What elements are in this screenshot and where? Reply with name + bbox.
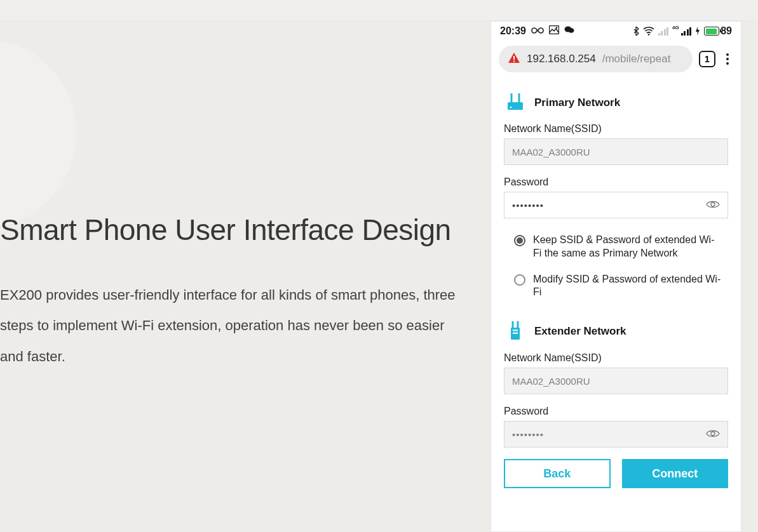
url-host: 192.168.0.254 (527, 53, 596, 65)
radio-icon (514, 235, 525, 246)
option-keep-ssid[interactable]: Keep SSID & Password of extended Wi-Fi t… (514, 234, 722, 260)
svg-point-11 (711, 203, 715, 206)
extender-icon (504, 319, 527, 343)
wifi-icon (643, 27, 654, 36)
browser-toolbar: 192.168.0.254/mobile/repeat 1 (499, 46, 733, 72)
charging-icon (695, 27, 700, 36)
decorative-circle (0, 38, 76, 229)
extender-network-title: Extender Network (534, 325, 626, 338)
battery-percent: 89 (721, 25, 732, 37)
marketing-body: EX200 provides user-friendly interface f… (0, 280, 457, 372)
chat-icon (564, 25, 574, 37)
extender-ssid-label: Network Name(SSID) (504, 352, 728, 364)
page-top-strip (0, 0, 758, 21)
signal-strong-icon (681, 27, 692, 36)
svg-point-3 (568, 28, 574, 33)
page-content: Primary Network Network Name(SSID) MAA02… (491, 79, 741, 488)
option-modify-ssid[interactable]: Modify SSID & Password of extended Wi-Fi (514, 273, 722, 300)
marketing-heading: Smart Phone User Interface Design (0, 213, 457, 247)
ssid-options-group: Keep SSID & Password of extended Wi-Fi t… (504, 230, 728, 314)
back-button[interactable]: Back (504, 459, 611, 488)
picture-icon (549, 25, 559, 37)
bluetooth-icon (633, 26, 639, 36)
status-bar: 20:39 4G (491, 22, 741, 41)
primary-network-header: Primary Network (504, 91, 728, 114)
option-keep-label: Keep SSID & Password of extended Wi-Fi t… (533, 234, 722, 260)
tabs-button[interactable]: 1 (699, 51, 715, 67)
primary-password-value: •••••••• (512, 200, 544, 211)
signal-weak-icon (658, 27, 669, 36)
infinity-icon (531, 25, 544, 37)
primary-network-title: Primary Network (534, 96, 620, 109)
extender-password-value: •••••••• (512, 429, 544, 440)
svg-rect-0 (549, 26, 558, 34)
extender-password-input[interactable]: •••••••• (504, 421, 728, 448)
primary-ssid-input[interactable]: MAA02_A3000RU (504, 138, 728, 165)
extender-ssid-input[interactable]: MAA02_A3000RU (504, 368, 728, 394)
url-bar[interactable]: 192.168.0.254/mobile/repeat (499, 46, 693, 72)
svg-point-4 (647, 34, 649, 36)
svg-rect-5 (513, 56, 515, 60)
connect-button[interactable]: Connect (622, 459, 729, 488)
battery-icon (704, 27, 719, 36)
radio-icon (514, 274, 525, 286)
phone-frame: 20:39 4G (491, 21, 741, 532)
primary-ssid-label: Network Name(SSID) (504, 123, 728, 135)
primary-password-input[interactable]: •••••••• (504, 192, 728, 218)
svg-point-1 (556, 27, 557, 28)
primary-password-label: Password (504, 176, 728, 188)
battery-indicator: 89 (704, 25, 732, 37)
svg-rect-7 (508, 102, 523, 110)
extender-network-header: Extender Network (504, 319, 728, 343)
browser-menu-button[interactable] (722, 53, 733, 65)
extender-password-label: Password (504, 406, 728, 417)
svg-point-10 (510, 107, 512, 109)
status-time: 20:39 (500, 25, 526, 37)
option-modify-label: Modify SSID & Password of extended Wi-Fi (533, 273, 722, 300)
url-path: /mobile/repeat (602, 53, 671, 65)
svg-rect-15 (513, 329, 518, 331)
signal-4g-label: 4G (672, 25, 679, 30)
warning-icon (508, 52, 520, 67)
eye-icon[interactable] (706, 199, 720, 211)
svg-point-17 (711, 432, 715, 436)
svg-rect-6 (513, 60, 515, 62)
tab-count: 1 (705, 54, 710, 64)
svg-rect-16 (513, 333, 518, 335)
button-row: Back Connect (504, 459, 728, 488)
marketing-copy: Smart Phone User Interface Design EX200 … (0, 213, 457, 372)
eye-icon[interactable] (706, 429, 720, 441)
router-icon (504, 91, 527, 114)
